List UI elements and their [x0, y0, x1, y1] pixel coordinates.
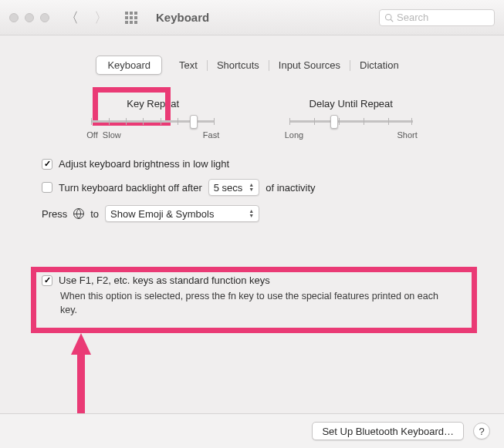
- tab-keyboard[interactable]: Keyboard: [96, 56, 162, 75]
- titlebar: 〈 〉 Keyboard Search: [0, 0, 504, 35]
- globe-icon: [73, 208, 84, 219]
- help-button[interactable]: ?: [473, 423, 490, 440]
- annotation-arrow: [69, 333, 93, 426]
- footer: Set Up Bluetooth Keyboard… ?: [0, 413, 504, 448]
- checkbox-backlight-off[interactable]: [42, 182, 52, 193]
- chevron-updown-icon: ▲▼: [249, 183, 254, 192]
- checkbox-fn-keys[interactable]: [42, 275, 52, 286]
- tab-shortcuts[interactable]: Shortcuts: [208, 56, 269, 74]
- nav-arrows: 〈 〉: [65, 8, 108, 27]
- bluetooth-keyboard-button[interactable]: Set Up Bluetooth Keyboard…: [312, 422, 464, 440]
- select-backlight-delay[interactable]: 5 secs ▲▼: [208, 179, 260, 196]
- nav-forward-icon[interactable]: 〉: [94, 8, 108, 27]
- slider-key-repeat: Key Repeat Off Slow Fast: [86, 98, 219, 140]
- window-controls: [9, 13, 49, 22]
- label-fn-keys: Use F1, F2, etc. keys as standard functi…: [59, 275, 270, 286]
- slider-delay: Delay Until Repeat Long Short: [285, 98, 418, 140]
- options: Adjust keyboard brightness in low light …: [0, 140, 504, 222]
- label-adjust-brightness: Adjust keyboard brightness in low light: [59, 158, 229, 170]
- slider-key-repeat-thumb[interactable]: [190, 115, 198, 129]
- all-prefs-icon[interactable]: [125, 12, 137, 24]
- search-placeholder: Search: [397, 12, 428, 23]
- control-zoom[interactable]: [40, 13, 49, 22]
- nav-back-icon[interactable]: 〈: [65, 8, 79, 27]
- control-minimize[interactable]: [25, 13, 34, 22]
- content: Keyboard Text Shortcuts Input Sources Di…: [0, 35, 504, 448]
- search-input[interactable]: Search: [379, 9, 495, 26]
- row-fn-keys: Use F1, F2, etc. keys as standard functi…: [42, 275, 471, 317]
- tab-text[interactable]: Text: [170, 56, 207, 74]
- svg-line-1: [391, 19, 393, 22]
- slider-key-repeat-track[interactable]: [91, 120, 215, 123]
- svg-point-0: [386, 14, 392, 20]
- slider-delay-thumb[interactable]: [330, 115, 338, 129]
- row-adjust-brightness: Adjust keyboard brightness in low light: [42, 158, 462, 170]
- slider-delay-track[interactable]: [289, 120, 413, 123]
- window-title: Keyboard: [156, 11, 209, 24]
- search-icon: [384, 13, 394, 22]
- control-close[interactable]: [9, 13, 19, 22]
- sliders: Key Repeat Off Slow Fast Delay Until Rep…: [0, 98, 504, 140]
- select-globe-action[interactable]: Show Emoji & Symbols ▲▼: [105, 205, 259, 222]
- row-press-globe: Press to Show Emoji & Symbols ▲▼: [42, 205, 462, 222]
- tab-dictation[interactable]: Dictation: [350, 56, 408, 74]
- fn-keys-description: When this option is selected, press the …: [42, 289, 471, 317]
- tab-input-sources[interactable]: Input Sources: [269, 56, 350, 74]
- checkbox-adjust-brightness[interactable]: [42, 159, 52, 170]
- chevron-updown-icon: ▲▼: [249, 209, 254, 218]
- svg-marker-2: [71, 333, 91, 426]
- tabs: Keyboard Text Shortcuts Input Sources Di…: [0, 56, 504, 75]
- row-backlight-off: Turn keyboard backlight off after 5 secs…: [42, 179, 462, 196]
